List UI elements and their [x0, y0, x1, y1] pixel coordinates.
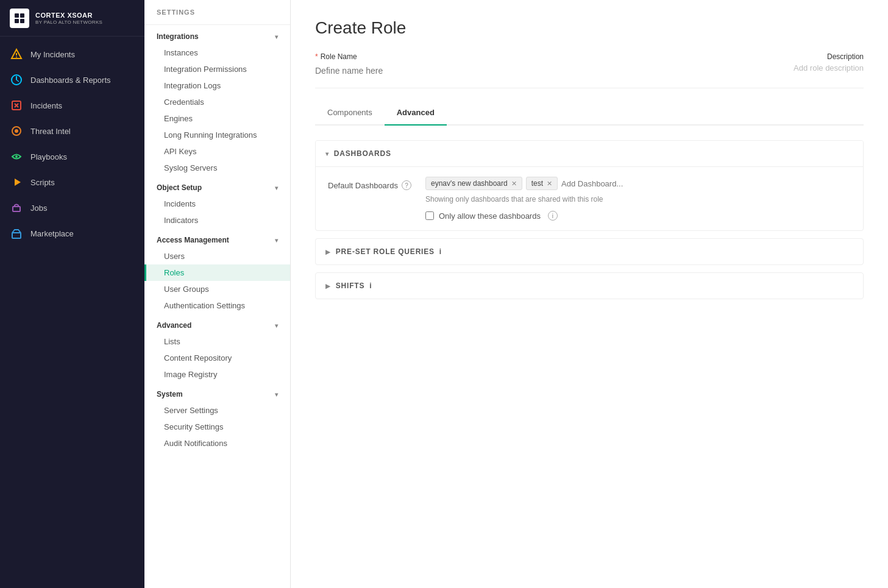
svg-rect-2 [15, 19, 19, 23]
only-allow-dashboards-label: Only allow these dashboards [439, 211, 541, 221]
nav-item-scripts[interactable]: Scripts [0, 169, 144, 195]
only-allow-dashboards-help-icon[interactable]: i [548, 211, 558, 221]
sidebar-item-incidents-setup[interactable]: Incidents [144, 196, 290, 212]
nav-item-incidents[interactable]: Incidents [0, 93, 144, 118]
sidebar-item-integration-permissions[interactable]: Integration Permissions [144, 61, 290, 77]
sidebar-item-server-settings[interactable]: Server Settings [144, 402, 290, 419]
role-name-label: * Role Name [315, 52, 769, 61]
tab-components[interactable]: Components [315, 101, 385, 126]
section-object-setup-label: Object Setup [157, 183, 202, 192]
tab-advanced[interactable]: Advanced [385, 101, 447, 126]
section-access-management-label: Access Management [157, 236, 229, 244]
sidebar-item-user-groups[interactable]: User Groups [144, 281, 290, 297]
marketplace-icon [10, 227, 23, 240]
section-system-label: System [157, 390, 183, 398]
tag-eynav-label: eynav's new dashboard [431, 179, 508, 188]
sidebar-item-lists[interactable]: Lists [144, 333, 290, 350]
system-items: Server Settings Security Settings Audit … [144, 402, 290, 452]
advanced-items: Lists Content Repository Image Registry [144, 333, 290, 383]
nav-label-threat-intel: Threat Intel [30, 127, 71, 136]
incident-icon [10, 48, 23, 61]
threat-icon [10, 124, 23, 138]
section-access-management[interactable]: Access Management ▾ [144, 228, 290, 248]
dashboards-title: DASHBOARDS [334, 149, 391, 158]
nav-label-dashboards: Dashboards & Reports [30, 76, 111, 85]
sidebar-item-image-registry[interactable]: Image Registry [144, 366, 290, 383]
sidebar-item-long-running[interactable]: Long Running Integrations [144, 127, 290, 143]
logo-icon [10, 9, 29, 28]
chevron-down-icon: ▾ [275, 34, 278, 40]
svg-marker-14 [15, 179, 21, 186]
chevron-down-icon-5: ▾ [275, 391, 278, 398]
dashboards-section-header[interactable]: ▾ DASHBOARDS [316, 141, 863, 166]
nav-item-marketplace[interactable]: Marketplace [0, 221, 144, 246]
tabs-bar: Components Advanced [315, 101, 864, 126]
required-star: * [315, 52, 318, 61]
sidebar-item-credentials[interactable]: Credentials [144, 94, 290, 110]
logo-text: CORTEX XSOAR [35, 11, 102, 19]
jobs-icon [10, 201, 23, 214]
default-dashboards-help-icon[interactable]: ? [402, 180, 411, 190]
only-allow-dashboards-row: Only allow these dashboards i [425, 211, 851, 221]
nav-label-playbooks: Playbooks [30, 152, 67, 161]
tag-test: test ✕ [526, 177, 558, 190]
add-dashboard-input[interactable] [561, 179, 664, 188]
incidents-icon [10, 99, 23, 112]
sidebar-item-integration-logs[interactable]: Integration Logs [144, 77, 290, 94]
svg-point-6 [16, 57, 17, 58]
svg-point-13 [15, 155, 18, 158]
sidebar-item-instances[interactable]: Instances [144, 44, 290, 61]
sidebar-item-indicators[interactable]: Indicators [144, 212, 290, 228]
svg-point-12 [15, 129, 18, 133]
sidebar-item-roles[interactable]: Roles [144, 264, 290, 281]
section-system[interactable]: System ▾ [144, 383, 290, 402]
dashboards-chevron-icon: ▾ [325, 151, 329, 157]
section-integrations[interactable]: Integrations ▾ [144, 25, 290, 44]
shifts-chevron-icon: ▶ [325, 283, 331, 289]
only-allow-dashboards-checkbox[interactable] [425, 211, 434, 220]
nav-label-incidents: Incidents [30, 101, 62, 110]
default-dashboards-row: Default Dashboards ? eynav's new dashboa… [328, 177, 851, 190]
section-advanced-label: Advanced [157, 321, 191, 330]
sidebar-item-authentication-settings[interactable]: Authentication Settings [144, 297, 290, 314]
scripts-icon [10, 175, 23, 189]
pre-set-role-queries-section[interactable]: ▶ PRE-SET ROLE QUERIES i [315, 238, 864, 265]
integrations-items: Instances Integration Permissions Integr… [144, 44, 290, 176]
tag-eynav-dashboard: eynav's new dashboard ✕ [425, 177, 522, 190]
sidebar-item-users[interactable]: Users [144, 248, 290, 264]
playbook-icon [10, 150, 23, 163]
nav-item-threat-intel[interactable]: Threat Intel [0, 118, 144, 144]
svg-rect-16 [12, 233, 21, 238]
tag-test-remove[interactable]: ✕ [547, 180, 552, 187]
dashboard-icon [10, 73, 23, 87]
description-placeholder: Add role description [794, 63, 864, 73]
sidebar-item-engines[interactable]: Engines [144, 110, 290, 127]
nav-item-my-incidents[interactable]: My Incidents [0, 41, 144, 67]
sidebar-item-security-settings[interactable]: Security Settings [144, 419, 290, 435]
sidebar-header: SETTINGS [144, 0, 290, 25]
sidebar-item-audit-notifications[interactable]: Audit Notifications [144, 435, 290, 452]
dashboards-section: ▾ DASHBOARDS Default Dashboards ? eynav'… [315, 140, 864, 231]
sidebar-item-api-keys[interactable]: API Keys [144, 143, 290, 160]
main-content: Create Role * Role Name Description Add … [291, 0, 888, 588]
nav-item-dashboards[interactable]: Dashboards & Reports [0, 67, 144, 93]
nav-item-jobs[interactable]: Jobs [0, 195, 144, 221]
pre-set-queries-info-icon[interactable]: i [439, 247, 442, 256]
svg-rect-3 [20, 19, 24, 23]
role-name-input[interactable] [315, 63, 769, 78]
shifts-info-icon[interactable]: i [369, 282, 372, 290]
tag-eynav-remove[interactable]: ✕ [511, 180, 517, 187]
description-label: Description [794, 52, 864, 61]
chevron-down-icon-2: ▾ [275, 185, 278, 191]
sidebar-item-syslog-servers[interactable]: Syslog Servers [144, 160, 290, 176]
sidebar-item-content-repository[interactable]: Content Repository [144, 350, 290, 366]
form-top-row: * Role Name Description Add role descrip… [315, 52, 864, 88]
role-name-label-text: Role Name [321, 52, 357, 61]
section-object-setup[interactable]: Object Setup ▾ [144, 176, 290, 196]
app-logo: CORTEX XSOAR BY PALO ALTO NETWORKS [0, 0, 144, 37]
section-advanced[interactable]: Advanced ▾ [144, 314, 290, 333]
nav-label-jobs: Jobs [30, 204, 47, 213]
nav-item-playbooks[interactable]: Playbooks [0, 144, 144, 169]
nav-label-marketplace: Marketplace [30, 229, 74, 238]
shifts-section[interactable]: ▶ SHIFTS i [315, 272, 864, 299]
